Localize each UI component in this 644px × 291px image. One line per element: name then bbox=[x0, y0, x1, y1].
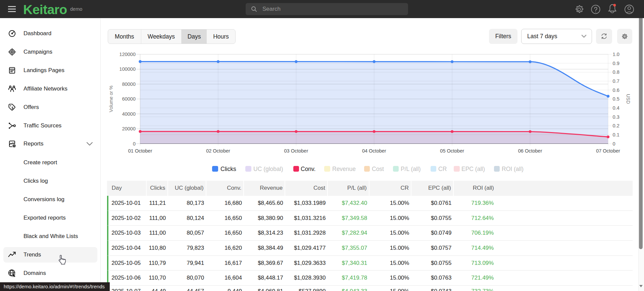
svg-text:100000: 100000 bbox=[119, 66, 136, 72]
svg-text:40000: 40000 bbox=[122, 111, 136, 117]
svg-text:04 October: 04 October bbox=[362, 148, 386, 154]
svg-text:80000: 80000 bbox=[122, 81, 136, 87]
svg-text:01 October: 01 October bbox=[128, 148, 152, 154]
svg-text:0.1: 0.1 bbox=[613, 132, 620, 137]
svg-text:0.8: 0.8 bbox=[613, 69, 620, 75]
svg-text:06 October: 06 October bbox=[518, 148, 542, 154]
svg-text:03 October: 03 October bbox=[284, 148, 308, 154]
svg-text:Volume or %: Volume or % bbox=[108, 85, 114, 112]
svg-text:0: 0 bbox=[133, 141, 136, 147]
svg-text:0.2: 0.2 bbox=[613, 123, 620, 128]
svg-text:0.4: 0.4 bbox=[613, 105, 620, 111]
svg-text:0.7: 0.7 bbox=[613, 78, 620, 84]
svg-text:02 October: 02 October bbox=[206, 148, 230, 154]
svg-text:120000: 120000 bbox=[119, 52, 136, 57]
svg-text:05 October: 05 October bbox=[440, 148, 464, 154]
svg-text:0.9: 0.9 bbox=[613, 61, 620, 66]
svg-text:1.0: 1.0 bbox=[613, 52, 620, 57]
svg-text:0.6: 0.6 bbox=[613, 88, 620, 93]
svg-text:USD: USD bbox=[626, 94, 631, 104]
svg-text:0.5: 0.5 bbox=[613, 96, 620, 102]
svg-text:60000: 60000 bbox=[122, 96, 136, 102]
svg-text:0: 0 bbox=[613, 141, 615, 147]
svg-text:20000: 20000 bbox=[122, 126, 136, 131]
svg-text:07 October: 07 October bbox=[596, 148, 620, 154]
svg-text:0.3: 0.3 bbox=[613, 114, 620, 120]
